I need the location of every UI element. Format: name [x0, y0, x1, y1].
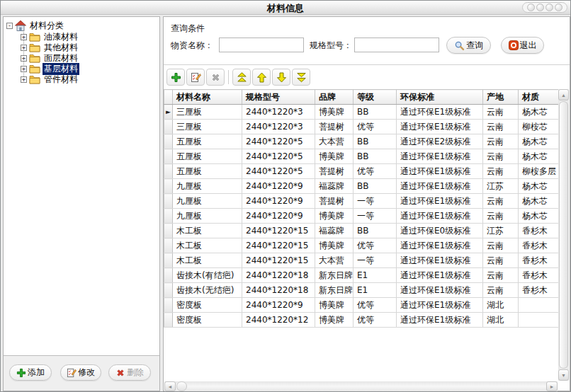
expand-icon[interactable]: + [21, 76, 27, 83]
tree-item[interactable]: +油漆材料 [21, 32, 158, 42]
table-row[interactable]: 齿接木(有结疤)2440*1220*18新东日牌E1通过环保E1级标准云南香杉木 [164, 268, 561, 283]
window-control-button[interactable] [527, 4, 535, 11]
column-header[interactable]: 规格型号 [242, 90, 315, 105]
window-control-button[interactable] [536, 4, 544, 11]
table-row[interactable]: 五厘板2440*1220*5菩提树优等通过环保E1级标准云南柳桉多层 [164, 164, 561, 179]
vertical-scrollbar[interactable]: ▲ ▼ [558, 89, 569, 381]
tree-item[interactable]: +面层材料 [21, 53, 158, 64]
table-cell: 通过环保E1级标准 [397, 120, 483, 134]
footer-button-bar: 添加 修改 删除 [4, 355, 159, 391]
table-cell: 福蕊牌 [315, 179, 354, 194]
expand-icon[interactable]: + [21, 66, 27, 72]
table-row[interactable]: 九厘板2440*1220*9博美牌一等通过环保E1级标准云南杨木芯 [164, 209, 561, 224]
exit-button-label: 退出 [520, 40, 537, 52]
scroll-down-button[interactable]: ▼ [558, 369, 569, 381]
table-cell: 优等 [354, 120, 397, 134]
add-button[interactable]: 添加 [9, 364, 52, 381]
table-row[interactable]: 五厘板2440*1220*5大本营BB通过环保E2级标准云南杨木芯 [164, 134, 561, 149]
table-row[interactable]: 木工板2440*1220*15博美牌优等通过环保E1级标准云南香杉木 [164, 238, 561, 253]
table-cell: 新东日牌 [315, 268, 354, 283]
scroll-up-button[interactable]: ▲ [558, 89, 569, 100]
modify-button[interactable]: 修改 [60, 364, 101, 381]
scroll-left-button[interactable]: ◄ [164, 381, 176, 391]
folder-icon [29, 43, 40, 52]
table-row[interactable]: 密度板2440*1220*9博美牌优等通过环保E1级标准湖北 [164, 298, 561, 313]
scroll-right-button[interactable]: ► [546, 381, 558, 391]
spec-model-input[interactable] [354, 38, 439, 52]
expand-icon[interactable]: + [21, 55, 27, 62]
table-cell: 杨木芯 [519, 179, 561, 194]
table-row[interactable]: 九厘板2440*1220*9菩提树一等通过环保E1级标准云南杨木芯 [164, 194, 561, 209]
toolbar-add-button[interactable] [166, 69, 185, 86]
table-cell: 云南 [483, 134, 519, 149]
down-triangle-icon: ▼ [561, 373, 566, 378]
window-title: 材料信息 [1, 2, 570, 15]
window-control-button[interactable] [545, 4, 553, 11]
table-cell: 云南 [483, 268, 519, 283]
search-button[interactable]: 查询 [446, 37, 491, 54]
horizontal-scrollbar[interactable]: ◄ ► [164, 381, 558, 391]
table-row[interactable]: 九厘板2440*1220*9福蕊牌BB通过环保E1级标准江苏杨木芯 [164, 179, 561, 194]
collapse-icon[interactable]: - [6, 23, 13, 29]
table-cell: 2440*1220*15 [242, 238, 315, 253]
tree-item[interactable]: +管件材料 [21, 74, 158, 85]
table-header-row: 材料名称规格型号品牌等级环保标准产地材质 [164, 90, 561, 105]
row-selector [164, 134, 173, 149]
table-cell: 杨木芯 [519, 134, 561, 149]
window-control-button[interactable] [555, 4, 562, 11]
exit-button[interactable]: 退出 [501, 37, 544, 54]
toolbar-separator [228, 70, 229, 84]
table-cell: 2440*1220*12 [242, 313, 315, 328]
table-cell: 柳桉多层 [519, 164, 561, 179]
column-header[interactable]: 产地 [483, 90, 519, 105]
table-cell: 一等 [354, 253, 397, 268]
stop-icon [509, 40, 519, 50]
table-row[interactable]: 三厘板2440*1220*3菩提树优等通过环保E1级标准云南柳桉芯 [164, 120, 561, 134]
table-row[interactable]: 木工板2440*1220*15大本营一等通过环保E1级标准云南香杉木 [164, 253, 561, 268]
material-name-input[interactable] [219, 38, 304, 52]
column-header[interactable]: 品牌 [315, 90, 354, 105]
toolbar-edit-button[interactable] [186, 69, 205, 86]
table-cell: 云南 [483, 283, 519, 298]
table-row[interactable]: ►三厘板2440*1220*3博美牌BB通过环保E1级标准云南杨木芯 [164, 105, 561, 120]
row-selector [164, 253, 173, 268]
tree-item[interactable]: +基层材料 [21, 64, 158, 74]
table-row[interactable]: 五厘板2440*1220*5博美牌BB通过环保E1级标准云南杨木芯 [164, 149, 561, 164]
toolbar-down-button[interactable] [272, 69, 290, 86]
table-row[interactable]: 木工板2440*1220*15福蕊牌BB通过环保E0级标准江苏香杉木 [164, 224, 561, 238]
table-cell: 博美牌 [315, 313, 354, 328]
delete-button[interactable]: 删除 [108, 364, 151, 381]
tree-item[interactable]: +其他材料 [21, 42, 158, 53]
add-button-label: 添加 [28, 367, 45, 379]
toolbar-last-button[interactable] [292, 69, 310, 86]
toolbar-up-button[interactable] [252, 69, 271, 86]
tree-root-item[interactable]: - 材料分类 [6, 20, 158, 31]
edit-icon [191, 72, 201, 83]
column-header[interactable]: 等级 [354, 90, 397, 105]
horizontal-scroll-thumb[interactable] [176, 381, 187, 391]
table-cell: BB [354, 224, 397, 238]
table-cell: 2440*1220*18 [242, 283, 315, 298]
table-row[interactable]: 密度板2440*1220*12博美牌优等通过环保E1级标准湖北 [164, 313, 561, 328]
column-header[interactable]: 材质 [519, 90, 561, 105]
table-row[interactable]: 齿接木(无结疤)2440*1220*18新东日牌E1通过环保E1级标准云南香杉木 [164, 283, 561, 298]
section-divider [164, 64, 570, 65]
table-cell: 通过环保E1级标准 [397, 283, 483, 298]
table-cell: 齿接木(无结疤) [173, 283, 242, 298]
table-cell: 2440*1220*5 [242, 164, 315, 179]
toolbar-delete-button[interactable] [206, 69, 225, 86]
table-cell: 博美牌 [315, 209, 354, 224]
table-cell: 菩提树 [315, 194, 354, 209]
table-cell: 密度板 [173, 298, 242, 313]
last-icon [296, 72, 307, 83]
expand-icon[interactable]: + [21, 45, 27, 51]
magnifier-icon [454, 40, 465, 51]
row-selector [164, 313, 173, 328]
table-cell: 云南 [483, 209, 519, 224]
column-header[interactable]: 环保标准 [397, 90, 483, 105]
table-cell: 通过环保E2级标准 [397, 134, 483, 149]
column-header[interactable]: 材料名称 [173, 90, 242, 105]
expand-icon[interactable]: + [21, 34, 27, 40]
vertical-scroll-thumb[interactable] [559, 101, 568, 369]
toolbar-first-button[interactable] [232, 69, 251, 86]
